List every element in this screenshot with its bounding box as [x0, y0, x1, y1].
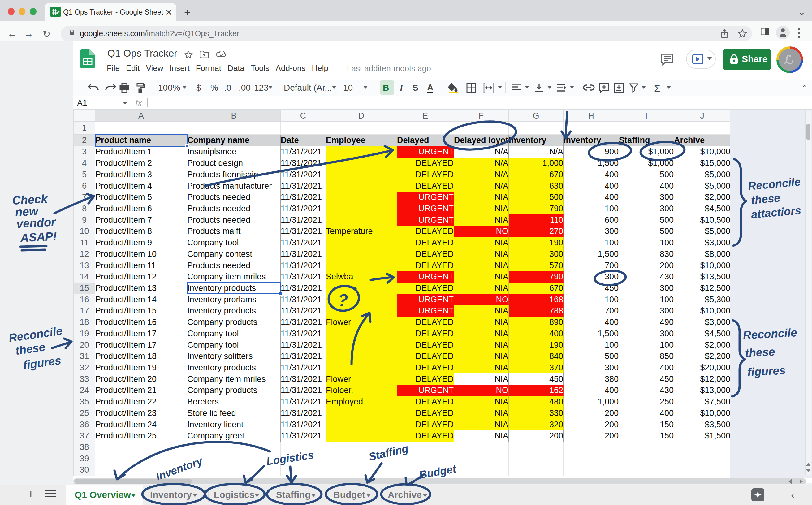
- svg-text:vendor: vendor: [16, 215, 57, 230]
- svg-text:these: these: [15, 340, 46, 357]
- svg-text:Reconcile: Reconcile: [8, 324, 63, 344]
- svg-text:new: new: [15, 204, 39, 219]
- svg-text:ASAP!: ASAP!: [19, 229, 57, 244]
- svg-text:Check: Check: [12, 192, 48, 207]
- svg-text:figures: figures: [22, 354, 62, 372]
